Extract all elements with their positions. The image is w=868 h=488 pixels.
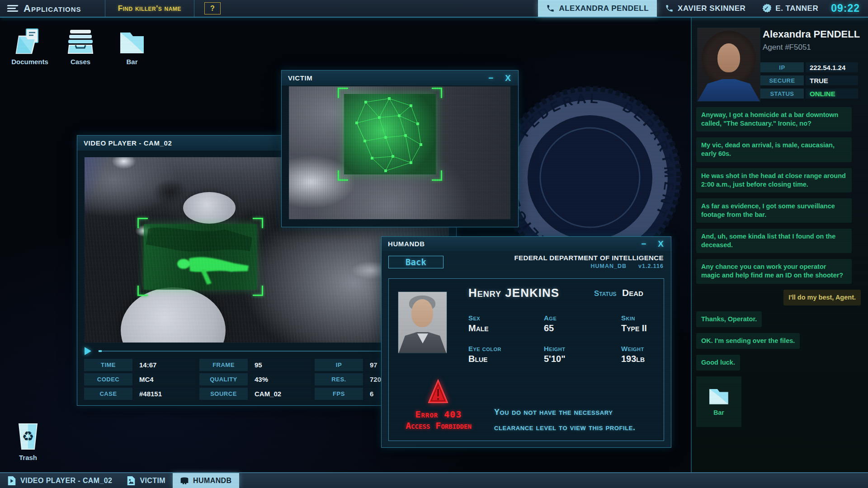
contact-tab-e-tanner[interactable]: ✓ E. TANNER [754, 0, 826, 17]
face-detection-box[interactable] [344, 94, 436, 174]
field-label: Age [544, 314, 616, 322]
field-label: Sex [468, 314, 541, 322]
phone-icon [546, 4, 555, 13]
divider [194, 0, 194, 17]
field-label: Weight [621, 345, 693, 352]
close-button[interactable]: X [505, 74, 511, 82]
desktop-icon-documents[interactable]: Documents [8, 26, 52, 66]
bracket-corner [253, 286, 263, 296]
badge-check-icon: ✓ [762, 4, 771, 13]
contact-agent-id: Agent #F5051 [763, 43, 811, 52]
bracket-corner [338, 88, 348, 98]
access-error: Error 403 Access Forbidden You do not ha… [389, 373, 664, 436]
chair-silhouette [229, 207, 261, 230]
profile-panel: Henry JENKINS Status Dead SexMale Age65 … [388, 278, 664, 441]
meta-value: MC4 [134, 373, 195, 385]
chat-message: And, uh, some kinda list that I found on… [696, 229, 852, 253]
info-value-online: ONLINE [806, 89, 858, 99]
humandb-titlebar[interactable]: HUMANDB − X [382, 237, 671, 251]
field-label: Skin [621, 314, 693, 322]
field-value: 65 [544, 323, 616, 333]
desktop-icon-label: Cases [59, 58, 102, 66]
svg-text:♻: ♻ [22, 429, 34, 444]
desktop-icon-bar[interactable]: Bar [110, 26, 154, 66]
minimize-button[interactable]: − [488, 74, 493, 82]
menu-icon[interactable] [7, 5, 18, 12]
chat-message: As far as evidence, I got some surveilla… [696, 198, 852, 223]
folder-icon [708, 387, 730, 405]
desktop-icon-label: Documents [8, 58, 52, 66]
error-message-line2: clearance level to view this profile. [494, 420, 636, 435]
window-title: HUMANDB [388, 240, 425, 248]
body-detection-box[interactable] [144, 224, 257, 290]
victim-titlebar[interactable]: VICTIM − X [282, 70, 518, 85]
field-value: Type II [621, 323, 693, 333]
applications-label[interactable]: Applications [24, 3, 81, 14]
file-play-icon [7, 476, 16, 486]
meta-label: CASE [84, 388, 132, 400]
taskbar-item-humandb[interactable]: HUMANDB [173, 473, 239, 488]
clock: 09:22 [831, 2, 860, 14]
help-button[interactable]: ? [204, 2, 221, 14]
info-label: SECURE [760, 75, 804, 85]
objective-label: Find killer's name [105, 4, 194, 13]
taskbar-item-victim[interactable]: VICTIM [119, 473, 173, 488]
bracket-corner [137, 286, 148, 296]
contact-name: XAVIER SKINNER [678, 4, 745, 13]
desktop-icon-cases[interactable]: Cases [59, 26, 102, 66]
bracket-corner [137, 218, 148, 228]
light-glare [135, 225, 153, 237]
meta-value: #48151 [134, 388, 195, 400]
taskbar: VIDEO PLAYER - CAM_02 VICTIM HUMANDB [0, 472, 868, 488]
face-mesh-overlay [344, 94, 436, 174]
app-version: v1.2.116 [638, 263, 664, 269]
chat-message: Anyway, I got a homicide at a bar downto… [696, 107, 852, 131]
field-value: Male [468, 323, 541, 333]
contact-tab-xavier-skinner[interactable]: XAVIER SKINNER [657, 0, 754, 17]
meta-label: SOURCE [199, 388, 248, 400]
meta-value: CAM_02 [250, 388, 311, 400]
light-glare [112, 157, 136, 169]
minimize-button[interactable]: − [641, 239, 646, 248]
contact-tab-alexandra-pendell[interactable]: ALEXANDRA PENDELL [538, 0, 657, 17]
contact-full-name: Alexandra PENDELL [763, 28, 860, 40]
database-icon [180, 476, 189, 486]
round-table-large [121, 287, 226, 343]
back-button[interactable]: Back [388, 256, 443, 268]
meta-label: QUALITY [199, 373, 248, 385]
window-humandb: HUMANDB − X Back FEDERAL DEPARTMENT OF I… [381, 236, 671, 448]
taskbar-item-label: VICTIM [140, 477, 165, 485]
contact-name: ALEXANDRA PENDELL [559, 4, 649, 13]
bracket-corner [253, 218, 263, 228]
chat-log: Anyway, I got a homicide at a bar downto… [696, 107, 861, 427]
meta-label: FPS [315, 388, 363, 400]
window-title: VICTIM [288, 74, 312, 82]
close-button[interactable]: X [658, 239, 664, 248]
chat-attachment-bar-folder[interactable]: Bar [696, 376, 741, 427]
taskbar-item-label: HUMANDB [193, 477, 231, 485]
chat-message: OK. I'm sending over the files. [696, 333, 800, 349]
desktop-icon-trash[interactable]: ♻ Trash [6, 422, 50, 461]
meta-label: IP [315, 359, 363, 371]
top-bar: Applications Find killer's name ? ALEXAN… [0, 0, 868, 18]
taskbar-item-video-player[interactable]: VIDEO PLAYER - CAM_02 [0, 473, 119, 488]
field-value: 193lb [621, 354, 693, 364]
victim-face-footage [289, 86, 510, 219]
field-label: Eye color [468, 345, 541, 352]
info-value: TRUE [806, 75, 858, 85]
chair-silhouette [152, 179, 189, 205]
info-value: 222.54.1.24 [806, 62, 858, 72]
play-button[interactable] [85, 347, 91, 355]
status-value: Dead [622, 287, 643, 298]
org-title: FEDERAL DEPARTMENT OF INTELLIGENCE [514, 254, 664, 262]
taskbar-item-label: VIDEO PLAYER - CAM_02 [20, 477, 112, 485]
info-label: STATUS [760, 89, 804, 99]
contact-photo [697, 28, 760, 102]
profile-name: Henry JENKINS [468, 286, 559, 300]
chat-message-operator: I'll do my best, Agent. [783, 290, 861, 305]
video-metadata: TIME 14:67 FRAME 95 IP 97 CODEC MC4 QUAL… [84, 359, 430, 402]
info-label: IP [760, 62, 804, 72]
meta-label: TIME [84, 359, 132, 371]
meta-label: FRAME [199, 359, 248, 371]
trash-icon: ♻ [6, 422, 50, 451]
